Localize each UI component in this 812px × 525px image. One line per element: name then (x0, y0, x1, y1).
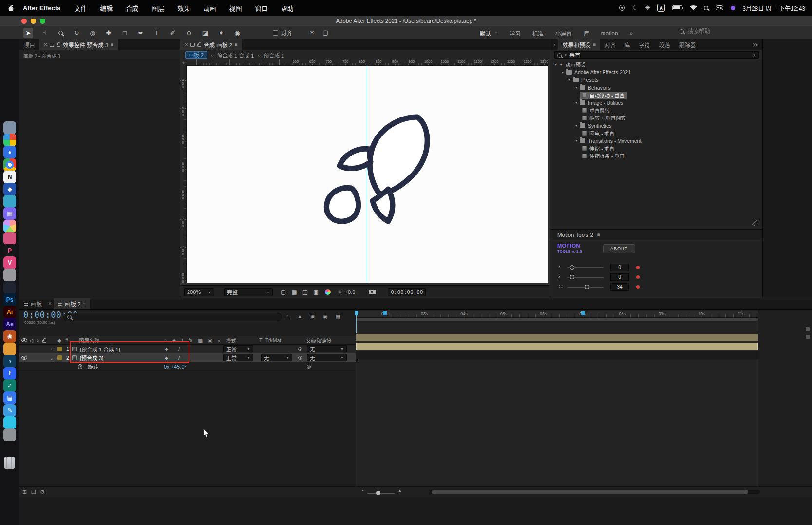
panel-menu-icon[interactable]: ≡ (593, 42, 596, 47)
selection-tool[interactable]: ➤ (23, 28, 33, 38)
twirl-icon[interactable]: ▾ (575, 100, 577, 105)
resolution-dropdown[interactable]: 完整▼ (224, 288, 273, 296)
fx-tab-3[interactable]: 字符 (635, 39, 655, 50)
twirl-icon[interactable]: ▾ (562, 70, 564, 75)
preset-tree-row[interactable]: 伸缩 - 垂直 (550, 145, 762, 153)
effects-search-input[interactable] (569, 52, 745, 58)
preset-tree-row[interactable]: ▾Adobe After Effects 2021 (550, 69, 762, 77)
trkmat-dropdown[interactable]: 无▼ (261, 354, 292, 361)
mt-right-dot[interactable] (636, 275, 640, 279)
label-color-swatch[interactable] (57, 353, 62, 362)
dock-app-teal-icon[interactable] (3, 195, 16, 208)
twirl-icon[interactable]: › (51, 345, 52, 353)
tab-effect-controls[interactable]: × 效果控件 预合成 3 ≡ (39, 39, 118, 50)
tab-overflow-icon[interactable]: ≫ (749, 41, 762, 48)
eye-toggle[interactable] (21, 353, 27, 362)
preset-tree-row[interactable]: ▾Image - Utilities (550, 99, 762, 107)
spotlight-icon[interactable] (704, 6, 708, 10)
mt-right-knob[interactable] (570, 275, 574, 279)
snapshot-camera-icon[interactable] (369, 290, 376, 294)
ruler-origin[interactable]: + (180, 59, 187, 66)
menubar-item-7[interactable]: 窗口 (255, 3, 267, 13)
vertical-ruler[interactable]: 450500550600650700750800 (180, 66, 187, 283)
parent-dropdown[interactable]: 无▼ (307, 354, 347, 361)
layer-bar-2[interactable] (356, 343, 758, 350)
zoom-out-icon[interactable]: ▲ (361, 489, 364, 492)
tab-project[interactable]: 项目 (19, 39, 39, 50)
workspace-2[interactable]: 标准 (532, 29, 544, 37)
workspace-1[interactable]: 学习 (510, 29, 521, 37)
breadcrumb-current[interactable]: 画板 2 (185, 51, 207, 59)
close-window-button[interactable] (21, 19, 27, 24)
twirl-icon[interactable]: ▾ (568, 78, 570, 82)
mt-left-dot[interactable] (636, 266, 640, 269)
region-of-interest-icon[interactable]: ▢ (322, 29, 328, 36)
dock-app-notion-icon[interactable]: N (3, 171, 16, 183)
close-tab-icon[interactable]: × (46, 300, 54, 307)
dock-app-dark-icon[interactable] (3, 281, 16, 294)
timeline-zoom-knob[interactable] (376, 491, 380, 495)
workspace-0[interactable]: 默认 (480, 29, 491, 37)
motion-blur-icon[interactable]: ◉ (323, 313, 328, 320)
pan-behind-tool[interactable]: ✚ (104, 28, 113, 38)
workspace-menu-icon[interactable]: ≡ (495, 30, 498, 36)
workspace-5[interactable]: motion (601, 30, 618, 36)
panel-resize-grip[interactable] (752, 220, 758, 226)
snap-control[interactable]: 对齐 (273, 29, 292, 37)
menubar-item-8[interactable]: 帮助 (281, 3, 293, 13)
dock-app-orange-icon[interactable] (3, 343, 16, 355)
roto-brush-tool[interactable]: ✦ (216, 28, 226, 38)
dock-app-handoff-icon[interactable] (3, 121, 16, 134)
property-value[interactable]: 0x +45.0° (164, 362, 187, 371)
preset-tree-row[interactable]: 自动滚动 - 垂直 (550, 91, 762, 99)
system-settings-icon[interactable]: ✳ (645, 4, 650, 11)
preset-tree-row[interactable]: ▾Behaviors (550, 84, 762, 92)
panel-menu-icon[interactable]: ≡ (597, 232, 600, 237)
menubar-item-1[interactable]: 编辑 (100, 3, 113, 13)
hide-shy-icon[interactable]: ▣ (310, 313, 315, 320)
menubar-item-6[interactable]: 视图 (229, 3, 242, 13)
dock-app-cyan-icon[interactable] (3, 416, 16, 429)
about-button[interactable]: ABOUT (603, 244, 635, 253)
mosaic-icon[interactable]: ▩ (198, 337, 203, 343)
dock-app-photos-icon[interactable] (3, 220, 16, 233)
zoom-window-button[interactable] (40, 19, 45, 24)
puppet-pin-tool[interactable]: ◉ (232, 28, 242, 38)
timeline-zoom-slider[interactable] (367, 493, 395, 494)
graph-editor-icon[interactable]: ▦ (336, 313, 340, 320)
search-options-caret[interactable]: ▼ (564, 54, 567, 57)
breadcrumb-root[interactable]: 预合成 1 (264, 51, 284, 59)
menubar-item-2[interactable]: 合成 (126, 3, 138, 13)
zoom-dropdown[interactable]: 200%▼ (184, 288, 214, 296)
notification-dot[interactable] (731, 6, 735, 10)
workspace-overflow-icon[interactable]: » (629, 30, 632, 36)
control-center-icon[interactable] (716, 5, 723, 10)
mt-scale-icon[interactable]: ≍ (558, 283, 563, 290)
dock-app-pencil-icon[interactable]: ✎ (3, 404, 16, 417)
dock-app-chrome-icon[interactable] (3, 158, 16, 171)
dock-app-after-effects-icon[interactable]: Ae (3, 318, 16, 331)
mt-left-value[interactable]: 0 (610, 264, 629, 271)
timeline-search-box[interactable] (63, 313, 282, 321)
canvas[interactable] (187, 66, 548, 283)
mt-right-track[interactable] (567, 277, 604, 278)
dock-app-f-blue-icon[interactable]: f (3, 367, 16, 380)
brush-tool[interactable]: ✐ (168, 28, 178, 38)
panel-menu-icon[interactable]: ≡ (235, 42, 238, 47)
zoom-tool[interactable] (56, 28, 65, 38)
dock-app-blender-icon[interactable]: ◉ (3, 330, 16, 343)
dock-app-illustrator-icon[interactable]: Ai (3, 306, 16, 318)
snap-checkbox[interactable] (273, 30, 278, 36)
workspace-search[interactable] (680, 28, 746, 34)
twirl-icon[interactable]: ⌄ (50, 353, 54, 362)
battery-icon[interactable] (672, 5, 682, 10)
clear-search-icon[interactable]: × (753, 52, 756, 58)
recording-indicator-icon[interactable] (619, 5, 625, 11)
wifi-icon[interactable] (690, 5, 697, 10)
fx-tab-2[interactable]: 库 (620, 39, 635, 50)
menubar-item-0[interactable]: 文件 (74, 3, 87, 13)
blend-mode-dropdown[interactable]: 正常▼ (223, 354, 253, 361)
work-area-bar[interactable] (356, 318, 758, 321)
fx-tab-5[interactable]: 跟踪器 (675, 39, 700, 50)
tab-board[interactable]: 画板 (19, 298, 46, 309)
